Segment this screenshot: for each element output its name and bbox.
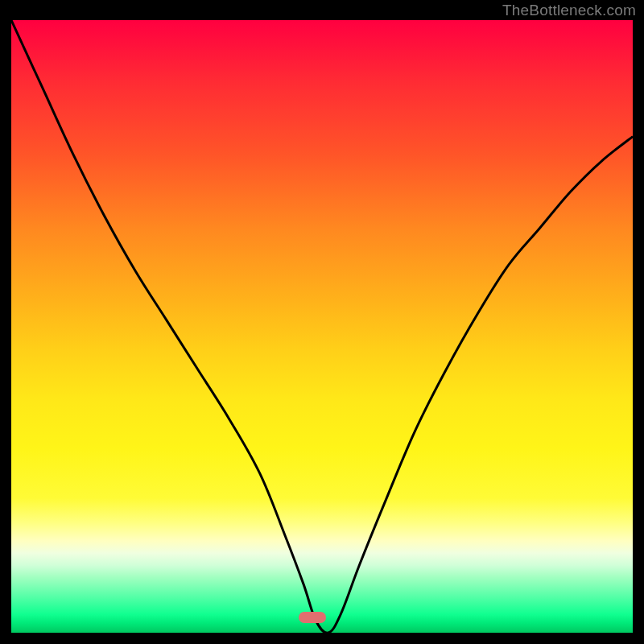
chart-frame: TheBottleneck.com [0, 0, 644, 644]
watermark-text: TheBottleneck.com [502, 2, 636, 19]
curve-path [11, 20, 633, 633]
plot-area [11, 20, 633, 633]
optimum-marker [299, 612, 326, 623]
bottleneck-curve [11, 20, 633, 633]
